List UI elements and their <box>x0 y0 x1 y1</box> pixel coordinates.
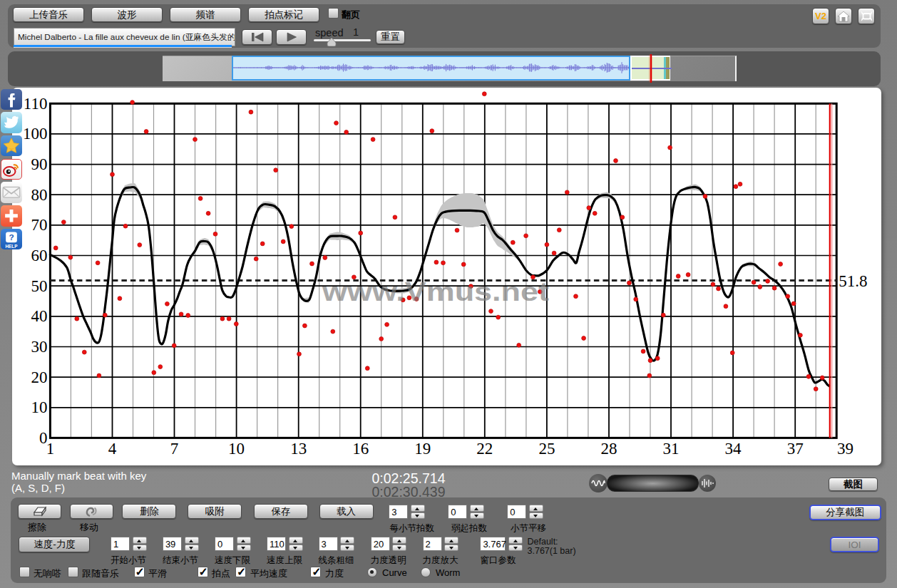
svg-text:34: 34 <box>725 440 742 458</box>
svg-text:16: 16 <box>352 440 369 458</box>
svg-text:110: 110 <box>24 95 48 113</box>
svg-text:90: 90 <box>31 155 47 173</box>
svg-text:70: 70 <box>31 216 47 234</box>
svg-text:31: 31 <box>663 440 680 458</box>
svg-text:30: 30 <box>31 338 47 356</box>
svg-text:19: 19 <box>414 440 431 458</box>
svg-text:20: 20 <box>31 368 47 386</box>
svg-text:28: 28 <box>601 440 617 458</box>
svg-text:80: 80 <box>31 186 47 204</box>
svg-text:100: 100 <box>23 125 48 143</box>
svg-text:www.Vmus.net: www.Vmus.net <box>322 277 549 306</box>
svg-text:7: 7 <box>170 440 179 458</box>
svg-text:4: 4 <box>108 440 117 458</box>
svg-text:10: 10 <box>228 440 245 458</box>
svg-text:?: ? <box>9 232 14 242</box>
svg-text:39: 39 <box>837 440 854 458</box>
svg-text:25: 25 <box>538 440 555 458</box>
svg-text:22: 22 <box>476 440 493 458</box>
svg-text:50: 50 <box>31 277 47 295</box>
svg-text:40: 40 <box>31 307 47 325</box>
svg-text:HELP: HELP <box>5 243 18 248</box>
svg-text:51.8: 51.8 <box>839 272 867 290</box>
svg-text:1: 1 <box>46 440 55 458</box>
svg-text:10: 10 <box>31 398 47 416</box>
svg-text:13: 13 <box>290 440 307 458</box>
svg-text:60: 60 <box>31 247 47 264</box>
svg-text:37: 37 <box>787 440 804 458</box>
